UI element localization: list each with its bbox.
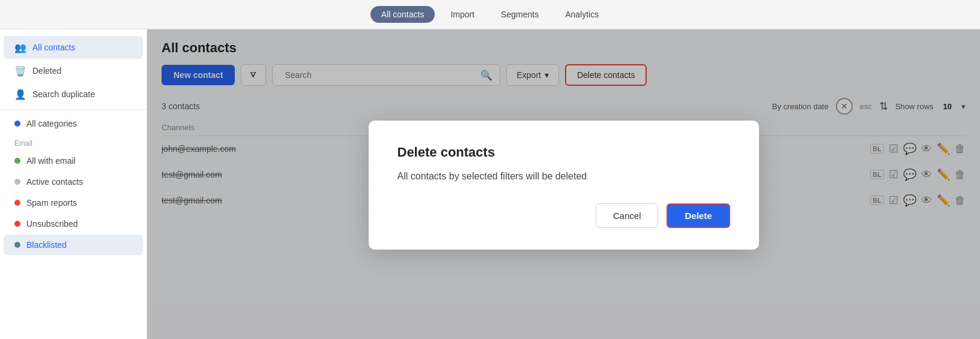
sidebar-item-deleted[interactable]: 🗑️ Deleted — [4, 59, 143, 82]
sidebar-item-spam-reports[interactable]: Spam reports — [4, 193, 143, 213]
sidebar-label-blacklisted: Blacklisted — [26, 240, 67, 250]
unsubscribed-dot — [14, 221, 20, 227]
sidebar-label-deleted: Deleted — [32, 66, 61, 76]
sidebar-item-all-categories[interactable]: All categories — [4, 113, 143, 134]
all-contacts-icon: 👥 — [14, 41, 26, 53]
active-contacts-dot — [14, 179, 20, 185]
nav-analytics[interactable]: Analytics — [554, 6, 609, 23]
sidebar-label-all-categories: All categories — [26, 119, 77, 128]
sidebar-item-all-contacts[interactable]: 👥 All contacts — [4, 36, 143, 59]
nav-import[interactable]: Import — [440, 6, 485, 23]
sidebar-label-spam-reports: Spam reports — [26, 198, 77, 208]
all-with-email-dot — [14, 158, 20, 164]
sidebar-item-unsubscribed[interactable]: Unsubscribed — [4, 214, 143, 234]
modal-overlay: Delete contacts All contacts by selected… — [147, 29, 980, 339]
sidebar-label-active-contacts: Active contacts — [26, 177, 83, 187]
sidebar: 👥 All contacts 🗑️ Deleted 👤 Search dupli… — [0, 29, 147, 339]
search-dup-icon: 👤 — [14, 88, 26, 100]
nav-all-contacts[interactable]: All contacts — [371, 6, 435, 23]
sidebar-item-active-contacts[interactable]: Active contacts — [4, 172, 143, 192]
sidebar-item-search-duplicate[interactable]: 👤 Search duplicate — [4, 83, 143, 106]
sidebar-label-search-dup: Search duplicate — [32, 89, 95, 99]
cancel-button[interactable]: Cancel — [596, 203, 659, 228]
top-navigation: All contacts Import Segments Analytics — [0, 0, 980, 29]
email-section-label: Email — [0, 134, 147, 150]
modal-body: All contacts by selected filters will be… — [398, 171, 730, 182]
spam-reports-dot — [14, 200, 20, 206]
sidebar-divider-1 — [0, 109, 147, 110]
main-layout: 👥 All contacts 🗑️ Deleted 👤 Search dupli… — [0, 29, 980, 339]
delete-contacts-modal: Delete contacts All contacts by selected… — [369, 121, 759, 250]
nav-segments[interactable]: Segments — [490, 6, 549, 23]
sidebar-label-all-with-email: All with email — [26, 156, 76, 166]
delete-button[interactable]: Delete — [667, 203, 730, 228]
modal-actions: Cancel Delete — [398, 203, 730, 228]
sidebar-item-all-with-email[interactable]: All with email — [4, 151, 143, 171]
blacklisted-dot — [14, 242, 20, 248]
sidebar-label-all-contacts: All contacts — [32, 43, 76, 52]
content-area: All contacts New contact ⛛ 🔍 Export ▾ De… — [147, 29, 980, 339]
all-categories-dot — [14, 121, 20, 127]
sidebar-item-blacklisted[interactable]: Blacklisted — [4, 235, 143, 255]
sidebar-label-unsubscribed: Unsubscribed — [26, 219, 78, 229]
modal-title: Delete contacts — [398, 145, 730, 160]
deleted-icon: 🗑️ — [14, 65, 26, 77]
